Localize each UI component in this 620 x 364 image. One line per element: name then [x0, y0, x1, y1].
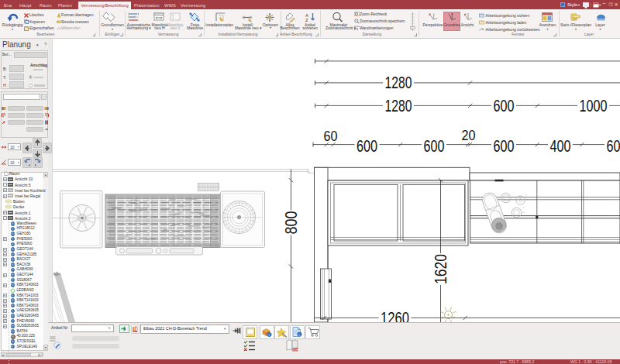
svg-text:60: 60: [324, 129, 338, 144]
svg-text:600: 600: [424, 136, 445, 156]
svg-text:1620: 1620: [431, 254, 450, 284]
svg-text:600: 600: [494, 136, 515, 156]
svg-text:A: A: [305, 13, 308, 18]
svg-text:600: 600: [494, 96, 515, 115]
svg-text:600: 600: [607, 136, 620, 156]
svg-text:20: 20: [462, 128, 476, 143]
svg-text:600: 600: [356, 136, 377, 156]
svg-text:400: 400: [550, 136, 571, 156]
svg-text:PDF: PDF: [293, 348, 298, 351]
svg-text:1260: 1260: [381, 308, 409, 322]
svg-text:800: 800: [281, 211, 301, 235]
svg-text:1280: 1280: [385, 96, 412, 115]
svg-text:1280: 1280: [385, 73, 412, 92]
svg-text:1000: 1000: [580, 96, 608, 115]
